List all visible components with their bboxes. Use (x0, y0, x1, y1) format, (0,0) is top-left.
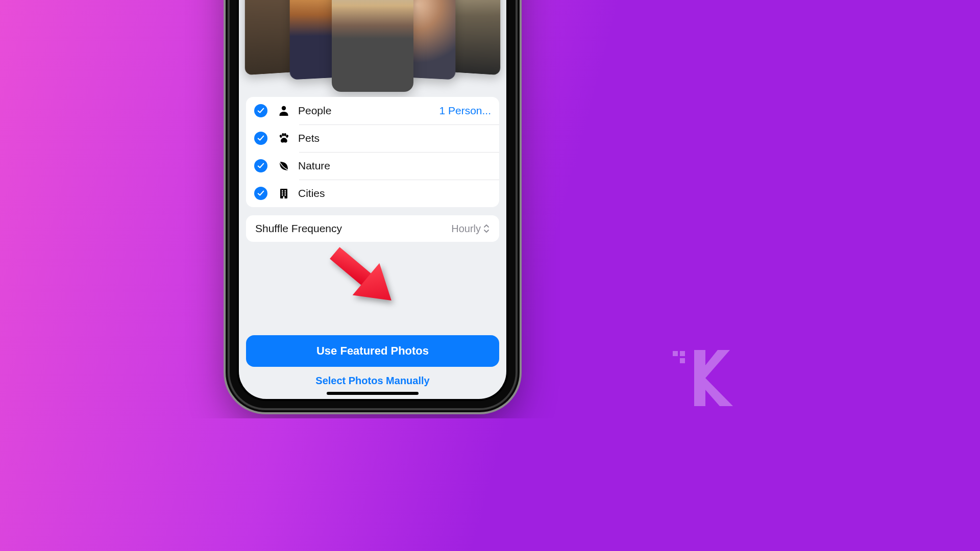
leaf-icon (277, 159, 291, 173)
svg-rect-16 (680, 351, 685, 356)
category-label: Nature (298, 160, 491, 172)
watermark-k-icon (673, 350, 734, 406)
shuffle-frequency-value[interactable]: Hourly (451, 223, 490, 235)
category-detail[interactable]: 1 Person... (439, 105, 491, 117)
checkmark-icon[interactable] (254, 187, 267, 200)
categories-card: People 1 Person... (246, 97, 499, 207)
select-photos-manually-link[interactable]: Select Photos Manually (246, 375, 499, 387)
bottom-actions: Use Featured Photos Select Photos Manual… (246, 335, 499, 387)
phone-bezel: People 1 Person... (237, 0, 508, 401)
updown-chevron-icon (483, 224, 490, 233)
use-featured-photos-button[interactable]: Use Featured Photos (246, 335, 499, 367)
svg-point-3 (284, 133, 286, 136)
svg-point-0 (282, 106, 286, 110)
svg-rect-6 (282, 190, 283, 192)
category-row-nature[interactable]: Nature (246, 152, 499, 180)
category-row-people[interactable]: People 1 Person... (246, 97, 499, 124)
thumbnail (332, 0, 413, 92)
category-label: Cities (298, 187, 491, 199)
home-indicator[interactable] (327, 392, 419, 395)
checkmark-icon[interactable] (254, 104, 267, 117)
phone-frame: People 1 Person... (230, 0, 516, 408)
shuffle-value-text: Hourly (451, 223, 481, 235)
svg-rect-11 (285, 194, 286, 196)
svg-rect-9 (285, 192, 286, 194)
svg-rect-10 (282, 194, 283, 196)
checkmark-icon[interactable] (254, 159, 267, 172)
content-area: People 1 Person... (246, 97, 499, 250)
svg-rect-12 (283, 196, 285, 198)
svg-point-2 (282, 133, 284, 136)
svg-rect-7 (285, 190, 286, 192)
svg-rect-17 (680, 358, 685, 363)
category-label: People (298, 105, 439, 117)
svg-rect-15 (673, 351, 678, 356)
category-label: Pets (298, 132, 491, 144)
checkmark-icon[interactable] (254, 132, 267, 145)
featured-thumbnails (239, 0, 506, 92)
svg-rect-8 (282, 192, 283, 194)
category-row-pets[interactable]: Pets (246, 124, 499, 152)
shuffle-card[interactable]: Shuffle Frequency Hourly (246, 215, 499, 242)
screen: People 1 Person... (239, 0, 506, 399)
building-icon (277, 186, 291, 201)
category-row-cities[interactable]: Cities (246, 180, 499, 207)
shuffle-frequency-label: Shuffle Frequency (255, 222, 342, 235)
paw-icon (277, 131, 291, 145)
person-icon (277, 104, 291, 118)
